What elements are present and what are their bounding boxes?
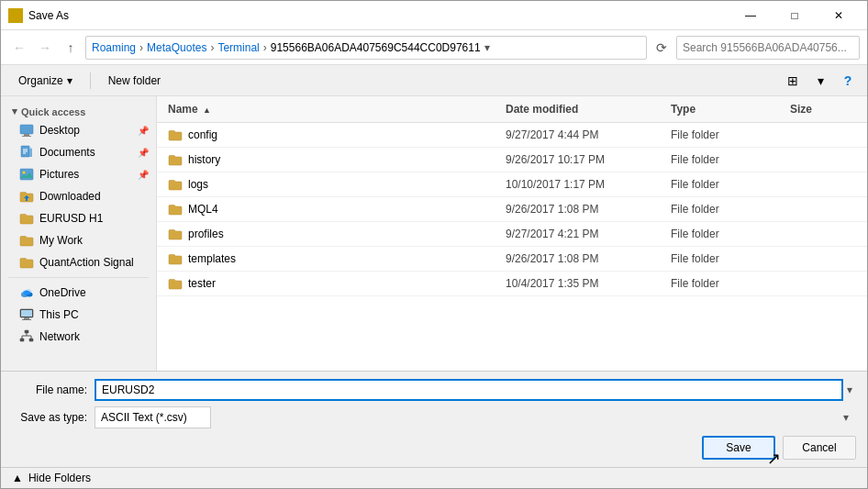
folder-icon [168, 177, 183, 192]
view-dropdown-button[interactable]: ▾ [808, 69, 832, 93]
quick-access-section: ▾ Quick access Desktop 📌 Documents 📌 [1, 100, 156, 273]
help-icon: ? [844, 73, 852, 88]
desktop-icon [19, 123, 34, 138]
pin-icon: 📌 [138, 126, 149, 136]
organize-arrow: ▾ [67, 74, 72, 87]
breadcrumb-sep-1: › [139, 41, 143, 54]
saveas-select[interactable]: ASCII Text (*.csv) [95, 406, 211, 428]
hide-folders-arrow: ▲ [12, 472, 23, 484]
svg-rect-19 [25, 330, 28, 333]
hide-folders-bar[interactable]: ▲ Hide Folders [1, 467, 867, 488]
close-button[interactable]: ✕ [818, 1, 860, 30]
file-list-header: Name ▲ Date modified Type Size [157, 96, 867, 123]
network-icon [19, 329, 34, 344]
saveas-wrapper: ASCII Text (*.csv) [95, 406, 856, 428]
quick-access-label: ▾ Quick access [1, 100, 156, 119]
toolbar-right: ⊞ ▾ ? [781, 69, 860, 93]
folder-icon [168, 227, 183, 241]
svg-rect-9 [20, 169, 33, 180]
maximize-button[interactable]: □ [773, 1, 816, 30]
pin-icon-2: 📌 [138, 148, 149, 158]
breadcrumb-crumb-4: 915566BA06ADA407569C544CC0D97611 [271, 41, 481, 54]
downloaded-folder-icon [19, 189, 34, 204]
search-input[interactable] [676, 36, 860, 60]
new-folder-button[interactable]: New folder [98, 69, 171, 93]
svg-rect-20 [20, 339, 24, 341]
col-date[interactable]: Date modified [502, 100, 667, 118]
saveas-row: Save as type: ASCII Text (*.csv) [12, 406, 856, 428]
sidebar-item-downloaded[interactable]: Downloaded [1, 185, 156, 207]
sidebar-item-eurusd[interactable]: EURUSD H1 [1, 207, 156, 229]
main-content: ▾ Quick access Desktop 📌 Documents 📌 [1, 96, 867, 371]
organize-label: Organize [18, 74, 63, 87]
window-icon [8, 8, 23, 23]
filename-input[interactable] [95, 379, 843, 401]
table-row[interactable]: profiles 9/27/2017 4:21 PM File folder [157, 222, 867, 247]
svg-marker-4 [29, 146, 32, 149]
folder-icon [168, 202, 183, 217]
save-button-area: Save ↖ [702, 436, 775, 460]
pin-icon-3: 📌 [138, 170, 149, 180]
refresh-button[interactable]: ⟳ [651, 37, 673, 59]
folder-icon [168, 128, 183, 142]
bottom-form: File name: ▾ Save as type: ASCII Text (*… [1, 371, 867, 467]
toolbar: Organize ▾ New folder ⊞ ▾ ? [1, 65, 867, 96]
svg-rect-16 [21, 310, 32, 317]
back-button[interactable]: ← [8, 37, 30, 59]
toolbar-separator-1 [90, 72, 91, 89]
sidebar-item-onedrive[interactable]: OneDrive [1, 282, 156, 304]
svg-rect-1 [24, 134, 29, 136]
onedrive-icon [19, 285, 34, 300]
save-as-dialog: Save As — □ ✕ ← → ↑ Roaming › MetaQuotes… [0, 0, 868, 489]
filename-dropdown[interactable]: ▾ [843, 383, 856, 396]
breadcrumb-crumb-1[interactable]: Roaming [92, 41, 136, 54]
breadcrumb-crumb-2[interactable]: MetaQuotes [147, 41, 206, 54]
col-name[interactable]: Name ▲ [164, 100, 502, 118]
table-row[interactable]: history 9/26/2017 10:17 PM File folder [157, 148, 867, 172]
sidebar-item-thispc[interactable]: This PC [1, 304, 156, 326]
window-title: Save As [28, 9, 729, 22]
form-buttons: Save ↖ Cancel [12, 434, 856, 460]
filename-row: File name: ▾ [12, 379, 856, 401]
view-icon: ⊞ [787, 73, 798, 88]
saveas-label: Save as type: [12, 411, 95, 424]
title-controls: — □ ✕ [729, 1, 860, 30]
sidebar: ▾ Quick access Desktop 📌 Documents 📌 [1, 96, 157, 371]
table-row[interactable]: tester 10/4/2017 1:35 PM File folder [157, 272, 867, 296]
table-row[interactable]: MQL4 9/26/2017 1:08 PM File folder [157, 197, 867, 222]
folder-icon [168, 276, 183, 291]
help-button[interactable]: ? [836, 69, 860, 93]
sidebar-item-quantaction[interactable]: QuantAction Signal [1, 251, 156, 273]
sidebar-item-desktop[interactable]: Desktop 📌 [1, 119, 156, 141]
table-row[interactable]: logs 10/10/2017 1:17 PM File folder [157, 172, 867, 197]
col-type[interactable]: Type [667, 100, 786, 118]
breadcrumb-dropdown[interactable]: ▾ [484, 41, 490, 54]
svg-rect-2 [22, 136, 31, 137]
breadcrumb-sep-3: › [263, 41, 267, 54]
minimize-button[interactable]: — [729, 1, 772, 30]
sort-arrow: ▲ [203, 106, 211, 115]
breadcrumb[interactable]: Roaming › MetaQuotes › Terminal › 915566… [85, 36, 647, 60]
cancel-button[interactable]: Cancel [783, 436, 856, 460]
table-row[interactable]: templates 9/26/2017 1:08 PM File folder [157, 247, 867, 272]
up-button[interactable]: ↑ [60, 37, 82, 59]
view-arrow: ▾ [818, 73, 824, 88]
svg-rect-18 [22, 319, 31, 320]
breadcrumb-crumb-3[interactable]: Terminal [217, 41, 259, 54]
col-size[interactable]: Size [786, 100, 860, 118]
address-bar: ← → ↑ Roaming › MetaQuotes › Terminal › … [1, 30, 867, 65]
save-button[interactable]: Save [702, 436, 775, 460]
sidebar-item-pictures[interactable]: Pictures 📌 [1, 163, 156, 185]
svg-rect-0 [20, 125, 33, 134]
organize-button[interactable]: Organize ▾ [8, 69, 83, 93]
table-row[interactable]: config 9/27/2017 4:44 PM File folder [157, 123, 867, 148]
new-folder-label: New folder [108, 74, 161, 87]
svg-point-10 [23, 172, 26, 174]
folder-icon [168, 152, 183, 167]
sidebar-item-documents[interactable]: Documents 📌 [1, 141, 156, 163]
forward-button[interactable]: → [34, 37, 56, 59]
quantaction-folder-icon [19, 255, 34, 270]
view-button[interactable]: ⊞ [781, 69, 805, 93]
sidebar-item-mywork[interactable]: My Work [1, 229, 156, 251]
sidebar-item-network[interactable]: Network [1, 326, 156, 348]
